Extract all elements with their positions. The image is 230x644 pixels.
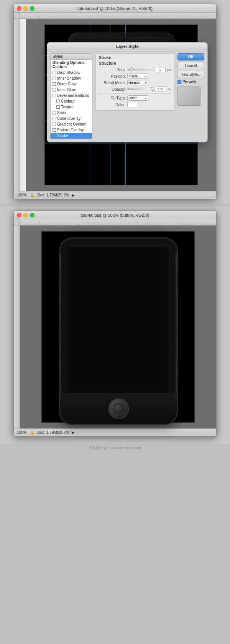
style-checkbox	[53, 71, 56, 74]
vertical-ruler-bottom	[14, 226, 20, 428]
style-label: Gradient Overlay	[57, 122, 86, 126]
opacity-slider[interactable]	[127, 88, 153, 90]
bottom-zoom-level: 100%	[17, 430, 27, 435]
preview-thumbnail	[177, 87, 200, 106]
style-checkbox	[53, 82, 56, 86]
style-label: Inner Shadow	[57, 76, 81, 80]
slider-thumb	[151, 87, 154, 91]
style-label: Contour	[61, 99, 75, 103]
style-label: Stroke	[57, 134, 68, 138]
color-row: Color:	[99, 102, 171, 107]
size-label: Size:	[99, 68, 126, 72]
watermark-text: 思路设计论坛 www.missyuan.com	[89, 446, 141, 450]
maximize-button-bottom[interactable]	[30, 213, 34, 217]
bottom-status-bar: 100% 🔒 Doc: 1.79M/29.7M ▶	[14, 428, 216, 436]
style-contour[interactable]: Contour	[51, 98, 92, 104]
style-checkbox	[53, 77, 56, 80]
layer-style-dialog: Layer Style Styles Blending Options: Cus…	[47, 42, 208, 142]
blend-mode-select[interactable]: Normal ▼	[127, 80, 148, 85]
top-window-title: tutorial.psd @ 100% (Shape 21, RGB/8)	[14, 6, 216, 11]
style-inner-glow[interactable]: Inner Glow	[51, 87, 92, 93]
canvas-area[interactable]: Layer Style Styles Blending Options: Cus…	[26, 19, 216, 191]
style-pattern-overlay[interactable]: Pattern Overlay	[51, 127, 92, 133]
ruler-row	[14, 13, 216, 19]
phone-screen	[67, 245, 170, 393]
color-swatch[interactable]	[127, 102, 138, 107]
horizontal-ruler-bottom	[20, 219, 216, 226]
new-style-label: New Style...	[181, 72, 201, 77]
style-label: Blending Options: Custom	[53, 60, 90, 69]
close-button-bottom[interactable]	[17, 213, 21, 217]
structure-title: Structure	[99, 61, 171, 65]
styles-header: Styles	[51, 54, 92, 60]
style-bevel-emboss[interactable]: Bevel and Emboss	[51, 93, 92, 98]
bottom-window-wrapper: tutorial.psd @ 100% (button, RGB/8)	[0, 207, 230, 444]
minimize-button[interactable]	[23, 6, 28, 11]
style-checkbox	[53, 117, 56, 120]
bottom-ruler-row	[14, 219, 216, 226]
opacity-row: Opacity: %	[99, 87, 171, 92]
style-label: Inner Glow	[57, 88, 76, 92]
style-color-overlay[interactable]: Color Overlay	[51, 116, 92, 121]
style-drop-shadow[interactable]: Drop Shadow	[51, 70, 92, 75]
ruler-corner-bottom	[14, 219, 20, 226]
position-select[interactable]: Inside ▼	[127, 74, 148, 79]
canvas-container: Layer Style Styles Blending Options: Cus…	[14, 19, 216, 191]
traffic-lights-bottom[interactable]	[17, 213, 34, 217]
traffic-lights[interactable]	[17, 6, 34, 11]
vertical-ruler	[14, 19, 20, 191]
style-texture[interactable]: Texture	[51, 104, 92, 110]
dropdown-arrow-icon: ▼	[145, 97, 147, 100]
style-gradient-overlay[interactable]: Gradient Overlay	[51, 121, 92, 127]
ok-button[interactable]: OK	[177, 53, 204, 60]
home-button-inner	[113, 403, 124, 414]
bottom-titlebar: tutorial.psd @ 100% (button, RGB/8)	[14, 211, 216, 219]
fill-type-select[interactable]: Color ▼	[127, 95, 148, 101]
stroke-title: Stroke	[99, 56, 171, 60]
maximize-button[interactable]	[30, 6, 34, 11]
cancel-button[interactable]: Cancel	[177, 62, 204, 69]
style-outer-glow[interactable]: Outer Glow	[51, 81, 92, 87]
preview-checkbox[interactable]	[177, 80, 181, 84]
dialog-titlebar: Layer Style	[47, 42, 207, 50]
style-checkbox	[53, 94, 56, 97]
style-label: Satin	[57, 111, 66, 115]
doc-info: Doc: 1.79M/29.9M	[38, 193, 69, 197]
size-input[interactable]	[154, 67, 166, 72]
style-satin[interactable]: Satin	[51, 110, 92, 116]
slider-thumb	[130, 67, 134, 71]
ruler-corner	[14, 13, 20, 19]
style-checkbox	[53, 134, 56, 137]
preview-label: Preview	[182, 80, 196, 84]
photoshop-canvas: Layer Style Styles Blending Options: Cus…	[44, 25, 198, 185]
dropdown-arrow-icon: ▼	[145, 82, 147, 84]
horizontal-ruler	[20, 13, 216, 19]
watermark: 思路设计论坛 www.missyuan.com	[0, 444, 230, 451]
blend-mode-row: Blend Mode: Normal ▼	[99, 80, 171, 85]
lock-icon-bottom: 🔒	[30, 430, 34, 435]
home-button-area	[60, 393, 177, 424]
home-button[interactable]	[108, 398, 129, 419]
close-button[interactable]	[17, 6, 21, 11]
opacity-input[interactable]	[155, 87, 166, 92]
position-value: Inside	[128, 74, 138, 78]
style-blending-options[interactable]: Blending Options: Custom	[51, 60, 92, 70]
opacity-label: Opacity:	[99, 87, 126, 92]
style-checkbox	[53, 111, 56, 114]
preview-row: Preview	[177, 80, 204, 84]
side-stripe-right	[176, 254, 177, 409]
stroke-group: Stroke Structure Size:	[95, 53, 174, 111]
style-stroke[interactable]: Stroke	[51, 133, 92, 139]
bottom-canvas-area[interactable]	[20, 226, 216, 428]
minimize-button-bottom[interactable]	[23, 213, 28, 217]
new-style-button[interactable]: New Style...	[177, 71, 204, 78]
size-slider[interactable]	[127, 69, 153, 70]
bottom-status-arrow-button[interactable]: ▶	[72, 430, 75, 435]
color-label: Color:	[99, 103, 126, 107]
style-inner-shadow[interactable]: Inner Shadow	[51, 75, 92, 81]
style-label: Color Overlay	[57, 116, 80, 121]
style-checkbox	[56, 100, 60, 103]
status-arrow-button[interactable]: ▶	[72, 193, 75, 197]
zoom-level: 100%	[17, 193, 27, 197]
bottom-window-title: tutorial.psd @ 100% (button, RGB/8)	[14, 213, 216, 217]
